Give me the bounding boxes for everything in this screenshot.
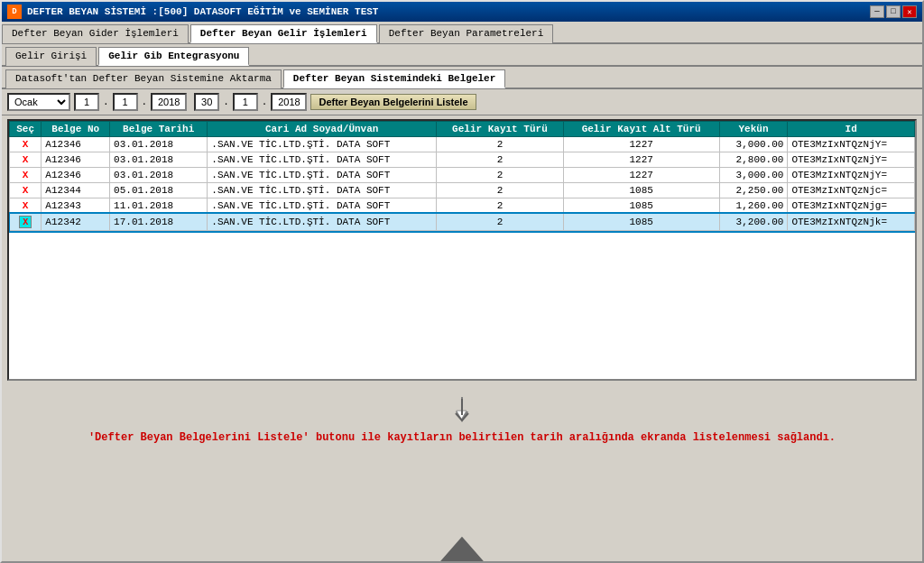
yekun-cell: 3,000.00: [719, 168, 788, 183]
yekun-cell: 2,250.00: [719, 183, 788, 198]
data-table: Seç Belge No Belge Tarihi Cari Ad Soyad/…: [9, 121, 915, 231]
arrow-down-icon: [11, 397, 913, 424]
tab-aktarma[interactable]: Datasoft'tan Defter Beyan Sistemine Akta…: [5, 69, 282, 88]
id-cell: OTE3MzIxNTQzNjg=: [788, 198, 915, 214]
col-belge-tarihi: Belge Tarihi: [110, 122, 208, 137]
menu-tab-bar: Defter Beyan Gider İşlemleri Defter Beya…: [2, 22, 922, 44]
id-cell: OTE3MzIxNTQzNjc=: [788, 183, 915, 198]
yekun-cell: 2,800.00: [719, 152, 788, 168]
col-belge-no: Belge No: [42, 122, 110, 137]
col-id: Id: [788, 122, 915, 137]
belge-tarihi-cell: 03.01.2018: [110, 168, 208, 183]
table-row[interactable]: XA1234311.01.2018.SAN.VE TİC.LTD.ŞTİ. DA…: [10, 198, 915, 214]
belge-tarihi-cell: 03.01.2018: [110, 152, 208, 168]
gelir-tur-cell: 2: [437, 198, 564, 214]
cari-cell: .SAN.VE TİC.LTD.ŞTİ. DATA SOFT: [208, 198, 437, 214]
content-tab-bar: Datasoft'tan Defter Beyan Sistemine Akta…: [2, 67, 922, 89]
cari-cell: .SAN.VE TİC.LTD.ŞTİ. DATA SOFT: [208, 214, 437, 231]
yekun-cell: 3,000.00: [719, 137, 788, 152]
close-button[interactable]: ✕: [902, 5, 917, 18]
month-select[interactable]: OcakŞubatMart: [7, 93, 70, 111]
cari-cell: .SAN.VE TİC.LTD.ŞTİ. DATA SOFT: [208, 137, 437, 152]
gelir-tur-cell: 2: [437, 183, 564, 198]
year-end-input[interactable]: [271, 93, 307, 111]
window-title: DEFTER BEYAN SİSTEMİ :[500] DATASOFT EĞİ…: [27, 6, 378, 17]
sec-cell[interactable]: X: [10, 168, 42, 183]
sec-cell[interactable]: X: [10, 137, 42, 152]
belge-no-cell: A12342: [42, 214, 110, 231]
x-mark: X: [23, 139, 29, 150]
belge-no-cell: A12346: [42, 168, 110, 183]
x-mark: X: [23, 154, 29, 165]
gelir-alt-tur-cell: 1227: [563, 152, 719, 168]
selected-checkbox[interactable]: X: [19, 216, 32, 228]
gelir-alt-tur-cell: 1085: [563, 198, 719, 214]
filter-bar: OcakŞubatMart . . . . Defter Beyan Belge…: [2, 89, 922, 115]
sub-tab-bar: Gelir Girişi Gelir Gib Entegrasyonu: [2, 44, 922, 67]
yekun-cell: 1,260.00: [719, 198, 788, 214]
col-sec: Seç: [10, 122, 42, 137]
cari-cell: .SAN.VE TİC.LTD.ŞTİ. DATA SOFT: [208, 152, 437, 168]
id-cell: OTE3MzIxNTQzNjY=: [788, 137, 915, 152]
month-start-input[interactable]: [113, 93, 138, 111]
info-text-1: 'Defter Beyan Belgelerini Listele' buton…: [11, 431, 913, 444]
table-row[interactable]: XA1234603.01.2018.SAN.VE TİC.LTD.ŞTİ. DA…: [10, 137, 915, 152]
gelir-alt-tur-cell: 1227: [563, 168, 719, 183]
subtab-giris[interactable]: Gelir Girişi: [5, 47, 97, 66]
gelir-tur-cell: 2: [437, 137, 564, 152]
dot1: .: [103, 97, 109, 107]
table-row[interactable]: XA1234405.01.2018.SAN.VE TİC.LTD.ŞTİ. DA…: [10, 183, 915, 198]
gelir-alt-tur-cell: 1227: [563, 137, 719, 152]
sec-cell[interactable]: X: [10, 183, 42, 198]
belge-tarihi-cell: 03.01.2018: [110, 137, 208, 152]
sec-cell[interactable]: X: [10, 198, 42, 214]
col-gelir-alt-tur: Gelir Kayıt Alt Türü: [563, 122, 719, 137]
table-row[interactable]: XA1234217.01.2018.SAN.VE TİC.LTD.ŞTİ. DA…: [10, 214, 915, 231]
belge-no-cell: A12346: [42, 137, 110, 152]
year-start-input[interactable]: [151, 93, 187, 111]
tab-parametreler[interactable]: Defter Beyan Parametreleri: [379, 24, 554, 43]
info-area: 'Defter Beyan Belgelerini Listele' buton…: [2, 384, 922, 563]
main-table-area: Seç Belge No Belge Tarihi Cari Ad Soyad/…: [7, 119, 917, 381]
dot2: .: [142, 97, 148, 107]
gelir-alt-tur-cell: 1085: [563, 214, 719, 231]
x-mark: X: [23, 170, 29, 180]
day-start-input[interactable]: [74, 93, 99, 111]
gelir-tur-cell: 2: [437, 214, 564, 231]
dot3: .: [223, 97, 229, 107]
id-cell: OTE3MzIxNTQzNjY=: [788, 152, 915, 168]
belge-no-cell: A12346: [42, 152, 110, 168]
yekun-cell: 3,200.00: [719, 214, 788, 231]
id-cell: OTE3MzIxNTQzNjY=: [788, 168, 915, 183]
arrow-up-icon: [11, 462, 913, 563]
day-end-input[interactable]: [233, 93, 258, 111]
subtab-entegrasyon[interactable]: Gelir Gib Entegrasyonu: [98, 47, 249, 66]
belge-tarihi-cell: 17.01.2018: [110, 214, 208, 231]
belge-no-cell: A12344: [42, 183, 110, 198]
sec-cell[interactable]: X: [10, 214, 42, 231]
table-row[interactable]: XA1234603.01.2018.SAN.VE TİC.LTD.ŞTİ. DA…: [10, 168, 915, 183]
id-cell: OTE3MzIxNTQzNjk=: [788, 214, 915, 231]
minimize-button[interactable]: —: [870, 5, 884, 18]
table-row[interactable]: XA1234603.01.2018.SAN.VE TİC.LTD.ŞTİ. DA…: [10, 152, 915, 168]
sec-cell[interactable]: X: [10, 152, 42, 168]
tab-gider[interactable]: Defter Beyan Gider İşlemleri: [2, 24, 189, 43]
x-mark: X: [23, 185, 29, 196]
cari-cell: .SAN.VE TİC.LTD.ŞTİ. DATA SOFT: [208, 168, 437, 183]
col-yekun: Yekün: [719, 122, 788, 137]
col-gelir-tur: Gelir Kayıt Türü: [437, 122, 564, 137]
gelir-tur-cell: 2: [437, 168, 564, 183]
maximize-button[interactable]: □: [886, 5, 901, 18]
list-button[interactable]: Defter Beyan Belgelerini Listele: [310, 94, 476, 110]
col-cari: Cari Ad Soyad/Ünvan: [208, 122, 437, 137]
x-mark: X: [23, 200, 29, 211]
tab-belgeler[interactable]: Defter Beyan Sistemindeki Belgeler: [283, 69, 505, 88]
cari-cell: .SAN.VE TİC.LTD.ŞTİ. DATA SOFT: [208, 183, 437, 198]
belge-no-cell: A12343: [42, 198, 110, 214]
tab-gelir[interactable]: Defter Beyan Gelir İşlemleri: [190, 24, 377, 43]
days-input[interactable]: [194, 93, 219, 111]
belge-tarihi-cell: 11.01.2018: [110, 198, 208, 214]
gelir-alt-tur-cell: 1085: [563, 183, 719, 198]
title-bar: D DEFTER BEYAN SİSTEMİ :[500] DATASOFT E…: [2, 2, 922, 22]
table-scroll[interactable]: Seç Belge No Belge Tarihi Cari Ad Soyad/…: [9, 121, 915, 379]
